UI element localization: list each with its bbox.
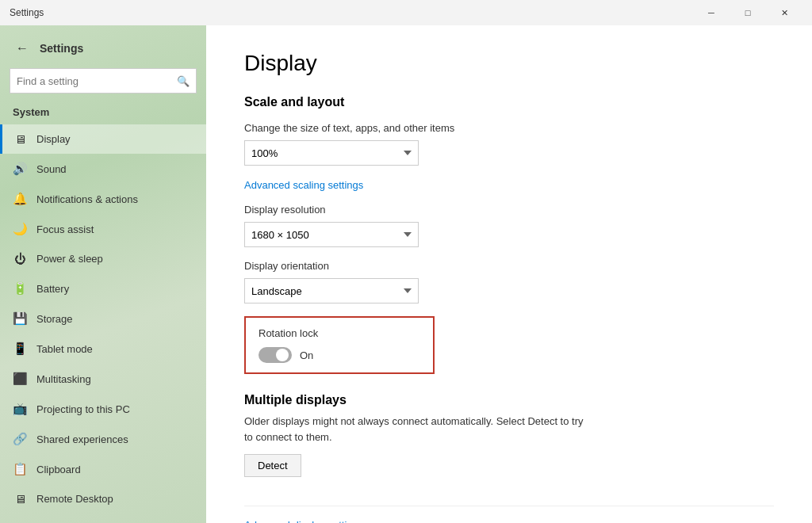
maximize-button[interactable]: □ xyxy=(730,0,766,25)
rotation-lock-box: Rotation lock On xyxy=(244,316,435,374)
sidebar-item-label: Shared experiences xyxy=(36,433,128,445)
search-box: 🔍 xyxy=(10,68,197,94)
sidebar-item-battery[interactable]: 🔋 Battery xyxy=(0,273,206,303)
search-input[interactable] xyxy=(17,75,177,87)
remote-icon: 🖥 xyxy=(13,492,27,506)
close-button[interactable]: ✕ xyxy=(766,0,802,25)
sidebar-item-label: Clipboard xyxy=(36,464,81,475)
display-icon: 🖥 xyxy=(13,132,27,146)
sound-icon: 🔊 xyxy=(13,162,27,176)
sidebar-item-clipboard[interactable]: 📋 Clipboard xyxy=(0,454,206,484)
power-icon: ⏻ xyxy=(13,252,27,265)
clipboard-icon: 📋 xyxy=(13,462,27,476)
app-title: Settings xyxy=(40,42,83,55)
sidebar-item-sound[interactable]: 🔊 Sound xyxy=(0,154,206,184)
sidebar: ← Settings 🔍 System 🖥 Display 🔊 Sound 🔔 … xyxy=(0,25,206,523)
sidebar-item-notifications[interactable]: 🔔 Notifications & actions xyxy=(0,184,206,214)
sidebar-item-label: Display xyxy=(36,133,71,145)
focus-icon: 🌙 xyxy=(13,222,27,236)
projecting-icon: 📺 xyxy=(13,402,27,416)
advanced-display-link[interactable]: Advanced display settings xyxy=(244,519,774,523)
resolution-label: Display resolution xyxy=(244,204,774,216)
resolution-dropdown-wrapper: 1680 × 1050 1920 × 1080 1280 × 720 xyxy=(244,222,774,247)
scale-label: Change the size of text, apps, and other… xyxy=(244,122,774,134)
rotation-lock-toggle[interactable] xyxy=(259,347,292,363)
sidebar-item-multitasking[interactable]: ⬛ Multitasking xyxy=(0,364,206,394)
shared-icon: 🔗 xyxy=(13,432,27,446)
sidebar-item-label: Battery xyxy=(36,283,69,295)
sidebar-item-remote[interactable]: 🖥 Remote Desktop xyxy=(0,484,206,513)
sidebar-item-shared[interactable]: 🔗 Shared experiences xyxy=(0,424,206,454)
divider xyxy=(244,506,774,506)
sidebar-item-power[interactable]: ⏻ Power & sleep xyxy=(0,244,206,273)
sidebar-item-focus[interactable]: 🌙 Focus assist xyxy=(0,214,206,244)
advanced-scaling-link[interactable]: Advanced scaling settings xyxy=(244,179,363,191)
multiple-displays-desc: Older displays might not always connect … xyxy=(244,414,593,445)
multitasking-icon: ⬛ xyxy=(13,372,27,386)
sidebar-item-projecting[interactable]: 📺 Projecting to this PC xyxy=(0,394,206,424)
scale-dropdown-wrapper: 100% 125% 150% 175% xyxy=(244,140,774,166)
app-container: ← Settings 🔍 System 🖥 Display 🔊 Sound 🔔 … xyxy=(0,25,812,523)
orientation-dropdown[interactable]: Landscape Portrait Landscape (flipped) P… xyxy=(244,278,419,303)
titlebar-left: Settings xyxy=(10,7,44,18)
search-icon: 🔍 xyxy=(177,75,190,87)
orientation-label: Display orientation xyxy=(244,260,774,272)
sidebar-item-label: Notifications & actions xyxy=(36,193,138,205)
system-label: System xyxy=(0,103,206,124)
orientation-dropdown-wrapper: Landscape Portrait Landscape (flipped) P… xyxy=(244,278,774,303)
sidebar-item-label: Remote Desktop xyxy=(36,493,113,505)
back-button[interactable]: ← xyxy=(13,38,32,59)
detect-button[interactable]: Detect xyxy=(244,454,301,477)
titlebar: Settings ─ □ ✕ xyxy=(0,0,812,25)
scale-section-title: Scale and layout xyxy=(244,95,774,109)
storage-icon: 💾 xyxy=(13,311,27,326)
rotation-lock-label: Rotation lock xyxy=(259,327,420,339)
notifications-icon: 🔔 xyxy=(13,192,27,206)
titlebar-title: Settings xyxy=(10,7,44,18)
toggle-knob xyxy=(276,349,289,361)
sidebar-item-label: Projecting to this PC xyxy=(36,403,130,415)
resolution-dropdown[interactable]: 1680 × 1050 1920 × 1080 1280 × 720 xyxy=(244,222,419,247)
toggle-row: On xyxy=(259,347,420,363)
titlebar-controls: ─ □ ✕ xyxy=(693,0,802,25)
sidebar-item-label: Storage xyxy=(36,313,73,325)
multiple-displays-title: Multiple displays xyxy=(244,393,774,407)
sidebar-item-label: Multitasking xyxy=(36,373,91,385)
rotation-lock-value: On xyxy=(300,349,313,361)
battery-icon: 🔋 xyxy=(13,281,27,296)
sidebar-item-label: Focus assist xyxy=(36,223,94,235)
sidebar-item-label: Sound xyxy=(36,163,67,175)
sidebar-item-label: Tablet mode xyxy=(36,343,93,355)
minimize-button[interactable]: ─ xyxy=(693,0,730,25)
sidebar-item-storage[interactable]: 💾 Storage xyxy=(0,303,206,334)
tablet-icon: 📱 xyxy=(13,342,27,356)
page-title: Display xyxy=(244,51,774,76)
sidebar-item-tablet[interactable]: 📱 Tablet mode xyxy=(0,334,206,364)
main-content: Display Scale and layout Change the size… xyxy=(206,25,812,523)
sidebar-item-display[interactable]: 🖥 Display xyxy=(0,124,206,154)
sidebar-header: ← Settings xyxy=(0,25,206,65)
sidebar-item-label: Power & sleep xyxy=(36,253,103,265)
scale-dropdown[interactable]: 100% 125% 150% 175% xyxy=(244,140,419,166)
